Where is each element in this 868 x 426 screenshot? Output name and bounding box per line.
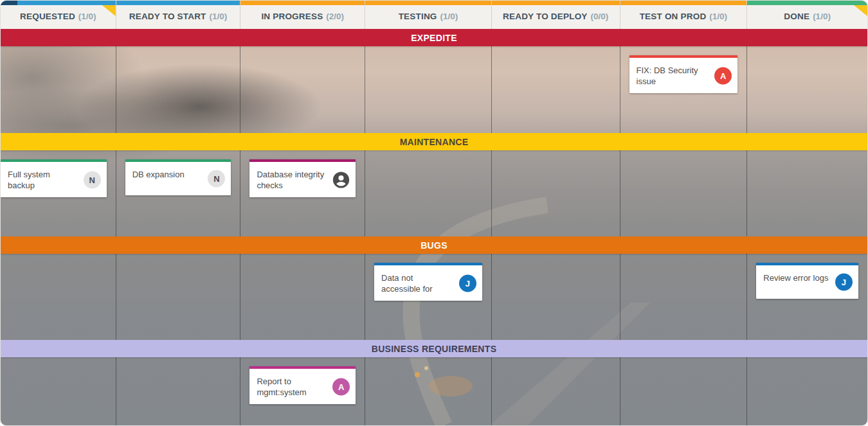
board-cell[interactable]	[116, 357, 241, 425]
swimlane-body: Report to mgmt:system A	[1, 357, 867, 425]
column-header-ready-to-start[interactable]: READY TO START (1/0)	[116, 1, 241, 29]
board-cell[interactable]	[116, 46, 241, 133]
column-limit-bar	[1, 1, 116, 5]
column-card-count: (1/0)	[440, 12, 458, 21]
column-card-count: (1/0)	[78, 12, 96, 21]
column-limit-bar	[240, 1, 365, 5]
column-title: READY TO DEPLOY	[503, 12, 588, 21]
board-cell[interactable]: Full system backup N	[1, 150, 116, 236]
board-cell[interactable]	[747, 150, 867, 236]
column-card-count: (1/0)	[813, 12, 831, 21]
column-limit-bar	[747, 1, 867, 5]
column-limit-bar	[365, 1, 491, 5]
column-limit-bar	[620, 1, 747, 5]
board-cell[interactable]	[1, 254, 116, 340]
board-cell[interactable]	[620, 254, 748, 340]
assignee-avatar: J	[459, 274, 476, 292]
board-cell[interactable]	[1, 357, 116, 425]
swimlane-body: Full system backup N DB expansion N Data…	[1, 150, 867, 236]
swimlane-header-bugs[interactable]: BUGS	[1, 236, 867, 254]
column-card-count: (0/0)	[591, 12, 609, 21]
board-cell[interactable]	[240, 46, 365, 133]
board-cell[interactable]	[365, 150, 492, 236]
swimlane-title: MAINTENANCE	[400, 137, 469, 147]
column-header-ready-to-deploy[interactable]: READY TO DEPLOY (0/0)	[492, 1, 620, 29]
swimlanes-container: EXPEDITE FIX: DB Security issue A MAINTE…	[1, 29, 867, 425]
board-cell[interactable]	[492, 46, 620, 133]
assignee-avatar: J	[835, 274, 853, 291]
board-cell[interactable]	[492, 150, 620, 236]
swimlane-body: Data not accessible for J Review error l…	[1, 254, 867, 340]
kanban-card[interactable]: DB expansion N	[125, 159, 231, 195]
swimlane-title: BUSINESS REQUIREMENTS	[372, 344, 497, 354]
swimlane-body: FIX: DB Security issue A	[1, 46, 867, 133]
board-cell[interactable]	[747, 357, 867, 425]
column-title: IN PROGRESS	[261, 12, 323, 21]
swimlane-header-maintenance[interactable]: MAINTENANCE	[1, 133, 867, 150]
board-cell[interactable]: Database integrity checks	[240, 150, 365, 236]
swimlane-header-expedite[interactable]: EXPEDITE	[1, 29, 867, 46]
assignee-avatar	[332, 171, 350, 188]
column-title: READY TO START	[129, 12, 206, 21]
column-header-requested[interactable]: REQUESTED (1/0)	[1, 1, 116, 29]
column-header-testing[interactable]: TESTING (1/0)	[365, 1, 492, 29]
column-limit-accent	[1, 1, 17, 5]
board-cell[interactable]	[240, 254, 365, 340]
column-header-test-on-prod[interactable]: TEST ON PROD (1/0)	[620, 1, 748, 29]
person-avatar-icon	[332, 171, 350, 188]
column-policy-fold-icon[interactable]	[102, 5, 116, 16]
kanban-card[interactable]: Full system backup N	[1, 159, 107, 197]
column-header-row: REQUESTED (1/0) READY TO START (1/0) IN …	[1, 1, 867, 29]
column-policy-fold-icon[interactable]	[854, 5, 867, 16]
board-cell[interactable]	[492, 357, 620, 425]
column-card-count: (2/0)	[326, 12, 344, 21]
swimlane-header-business-requirements[interactable]: BUSINESS REQUIREMENTS	[1, 340, 867, 357]
column-title: TEST ON PROD	[640, 12, 707, 21]
board-cell[interactable]: Data not accessible for J	[365, 254, 492, 340]
column-card-count: (1/0)	[210, 12, 228, 21]
kanban-card[interactable]: FIX: DB Security issue A	[629, 55, 738, 93]
assignee-avatar: N	[208, 170, 225, 188]
column-header-done[interactable]: DONE (1/0)	[747, 1, 867, 29]
assignee-avatar: N	[84, 171, 101, 188]
assignee-avatar: A	[714, 67, 732, 84]
board-cell[interactable]: Review error logs J	[747, 254, 867, 340]
board-cell[interactable]	[620, 357, 748, 425]
kanban-card[interactable]: Data not accessible for J	[374, 263, 482, 301]
kanban-card[interactable]: Report to mgmt:system A	[249, 366, 356, 404]
assignee-avatar: A	[332, 378, 350, 395]
swimlane-title: EXPEDITE	[411, 33, 457, 43]
column-title: TESTING	[399, 12, 437, 21]
board-cell[interactable]	[492, 254, 620, 340]
column-title: REQUESTED	[20, 12, 75, 21]
board-cell[interactable]	[1, 46, 116, 133]
column-header-in-progress[interactable]: IN PROGRESS (2/0)	[240, 1, 365, 29]
column-limit-bar	[492, 1, 620, 5]
board-cell[interactable]	[365, 46, 492, 133]
kanban-board: REQUESTED (1/0) READY TO START (1/0) IN …	[0, 0, 868, 426]
board-cell[interactable]	[747, 46, 867, 133]
board-cell[interactable]: FIX: DB Security issue A	[620, 46, 748, 133]
column-card-count: (1/0)	[709, 12, 727, 21]
board-cell[interactable]	[116, 254, 241, 340]
swimlane-title: BUGS	[420, 240, 448, 251]
column-title: DONE	[784, 12, 809, 21]
board-cell[interactable]: DB expansion N	[116, 150, 241, 236]
board-cell[interactable]	[620, 150, 748, 236]
board-cell[interactable]: Report to mgmt:system A	[240, 357, 365, 425]
board-cell[interactable]	[365, 357, 492, 425]
kanban-card[interactable]: Database integrity checks	[249, 159, 356, 197]
kanban-card[interactable]: Review error logs J	[756, 263, 858, 299]
column-limit-bar	[116, 1, 240, 5]
